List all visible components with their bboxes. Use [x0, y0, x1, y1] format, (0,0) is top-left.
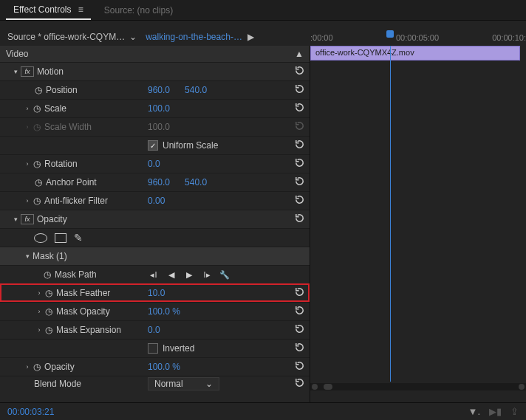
- play-to-out-icon[interactable]: ▶▮: [489, 406, 502, 417]
- track-reverse-icon[interactable]: ◂I: [148, 270, 160, 280]
- stopwatch-icon[interactable]: [34, 85, 46, 95]
- effect-label: Opacity: [37, 214, 67, 224]
- tab-effect-controls[interactable]: Effect Controls ≡: [6, 0, 91, 20]
- scroll-handle-left[interactable]: [312, 384, 318, 390]
- scroll-handle-right[interactable]: [519, 384, 525, 390]
- sequence-dropdown[interactable]: walking-on-the-beach-…: [146, 32, 242, 42]
- prop-scale-width: ›Scale Width 100.0: [0, 117, 310, 136]
- value-y[interactable]: 540.0: [185, 85, 207, 95]
- twirl-icon[interactable]: ›: [22, 105, 33, 112]
- stopwatch-icon[interactable]: [44, 288, 56, 298]
- prop-label: Anchor Point: [46, 177, 97, 187]
- twirl-icon[interactable]: ›: [34, 326, 44, 334]
- value[interactable]: 0.0: [148, 325, 160, 335]
- clip-bar[interactable]: office-work-CQYMX4Z.mov: [310, 46, 520, 61]
- source-master-label[interactable]: Source * office-work-CQYM…: [7, 32, 125, 42]
- tab-source[interactable]: Source: (no clips): [91, 1, 180, 19]
- rectangle-mask-icon[interactable]: [55, 233, 66, 243]
- prop-rotation: ›Rotation 0.0: [0, 154, 310, 173]
- twirl-icon[interactable]: ›: [34, 308, 44, 315]
- reset-icon[interactable]: [294, 342, 305, 355]
- reset-icon[interactable]: [294, 65, 305, 78]
- prop-label: Mask Opacity: [56, 306, 110, 317]
- time-ruler[interactable]: :00:00 00:00:05:00 00:00:10:: [310, 32, 526, 42]
- panel-menu-icon[interactable]: ≡: [78, 4, 83, 15]
- twirl-icon[interactable]: ›: [22, 363, 33, 371]
- uniform-scale-checkbox[interactable]: ✓: [148, 140, 158, 151]
- prop-label: Mask Path: [55, 269, 97, 280]
- value: 100.0: [148, 122, 170, 132]
- reset-icon[interactable]: [294, 213, 305, 226]
- value[interactable]: 100.0: [148, 103, 170, 114]
- reset-icon[interactable]: [294, 305, 305, 318]
- reset-icon[interactable]: [294, 323, 305, 337]
- fx-badge[interactable]: fx: [21, 214, 34, 224]
- stopwatch-icon[interactable]: [33, 362, 44, 372]
- track-forward-frame-icon[interactable]: ▶: [183, 270, 195, 280]
- reset-icon[interactable]: [294, 360, 305, 373]
- prop-mask-path: Mask Path ◂I ◀ ▶ I▸ 🔧: [0, 265, 310, 283]
- prop-label: Opacity: [44, 362, 75, 372]
- reset-icon[interactable]: [294, 377, 305, 390]
- video-label: Video: [6, 49, 295, 59]
- stopwatch-icon: [33, 122, 44, 132]
- value[interactable]: 0.0: [148, 159, 160, 169]
- stopwatch-icon[interactable]: [43, 269, 55, 280]
- stopwatch-icon[interactable]: [33, 103, 44, 114]
- value[interactable]: 10.0: [148, 288, 165, 298]
- fx-badge[interactable]: fx: [21, 66, 34, 77]
- checkbox-label: Inverted: [163, 343, 194, 354]
- export-icon[interactable]: ⇪: [510, 406, 519, 417]
- playhead-icon[interactable]: [386, 30, 394, 38]
- effect-opacity-header[interactable]: ▾fxOpacity: [0, 210, 310, 228]
- collapse-up-icon[interactable]: ▲: [295, 49, 304, 59]
- inverted-checkbox[interactable]: [148, 343, 158, 354]
- filter-icon[interactable]: ▼.: [468, 406, 480, 417]
- value[interactable]: 100.0 %: [148, 362, 180, 372]
- blend-mode-dropdown[interactable]: Normal⌄: [148, 377, 219, 390]
- reset-icon[interactable]: [294, 157, 305, 171]
- stopwatch-icon[interactable]: [33, 159, 44, 169]
- ellipse-mask-icon[interactable]: [34, 233, 47, 243]
- reset-icon[interactable]: [294, 286, 305, 300]
- reset-icon[interactable]: [294, 102, 305, 115]
- reset-icon[interactable]: [294, 194, 305, 207]
- value[interactable]: 100.0 %: [148, 306, 180, 317]
- value[interactable]: 0.00: [148, 196, 165, 206]
- twirl-icon[interactable]: ▾: [22, 252, 33, 260]
- value-x[interactable]: 960.0: [148, 177, 170, 187]
- current-timecode[interactable]: 00:00:03:21: [7, 407, 54, 417]
- pen-mask-icon[interactable]: ✎: [74, 232, 83, 244]
- wrench-icon[interactable]: 🔧: [219, 270, 230, 280]
- reset-icon[interactable]: [294, 139, 305, 152]
- scroll-thumb[interactable]: [324, 384, 332, 390]
- stopwatch-icon[interactable]: [33, 196, 44, 206]
- reset-icon[interactable]: [294, 83, 305, 97]
- tab-label: Effect Controls: [13, 4, 71, 15]
- value-y[interactable]: 540.0: [185, 177, 207, 187]
- play-only-icon[interactable]: ▶: [245, 32, 257, 42]
- reset-icon[interactable]: [294, 176, 305, 189]
- twirl-icon[interactable]: ›: [22, 197, 33, 204]
- prop-opacity: ›Opacity 100.0 %: [0, 357, 310, 376]
- stopwatch-icon[interactable]: [44, 325, 56, 335]
- twirl-icon[interactable]: ›: [34, 289, 44, 297]
- video-section-header[interactable]: Video ▲: [0, 46, 310, 62]
- prop-label: Blend Mode: [34, 379, 81, 389]
- stopwatch-icon[interactable]: [34, 177, 46, 187]
- twirl-icon: ›: [22, 123, 33, 131]
- twirl-icon[interactable]: ▾: [10, 216, 21, 223]
- stopwatch-icon[interactable]: [44, 306, 56, 317]
- twirl-icon[interactable]: ▾: [10, 68, 21, 75]
- playhead-line[interactable]: [390, 46, 391, 382]
- mask-1-header[interactable]: ▾Mask (1): [0, 247, 310, 265]
- value-x[interactable]: 960.0: [148, 85, 170, 95]
- prop-anchor-point: Anchor Point 960.0540.0: [0, 173, 310, 191]
- chevron-down-icon[interactable]: ⌄: [129, 32, 137, 42]
- timeline-area[interactable]: office-work-CQYMX4Z.mov: [310, 46, 526, 402]
- effect-motion-header[interactable]: ▾fxMotion: [0, 62, 310, 80]
- horizontal-scrollbar[interactable]: [310, 383, 526, 390]
- track-forward-icon[interactable]: I▸: [201, 270, 213, 280]
- track-back-frame-icon[interactable]: ◀: [165, 270, 177, 280]
- twirl-icon[interactable]: ›: [22, 160, 33, 168]
